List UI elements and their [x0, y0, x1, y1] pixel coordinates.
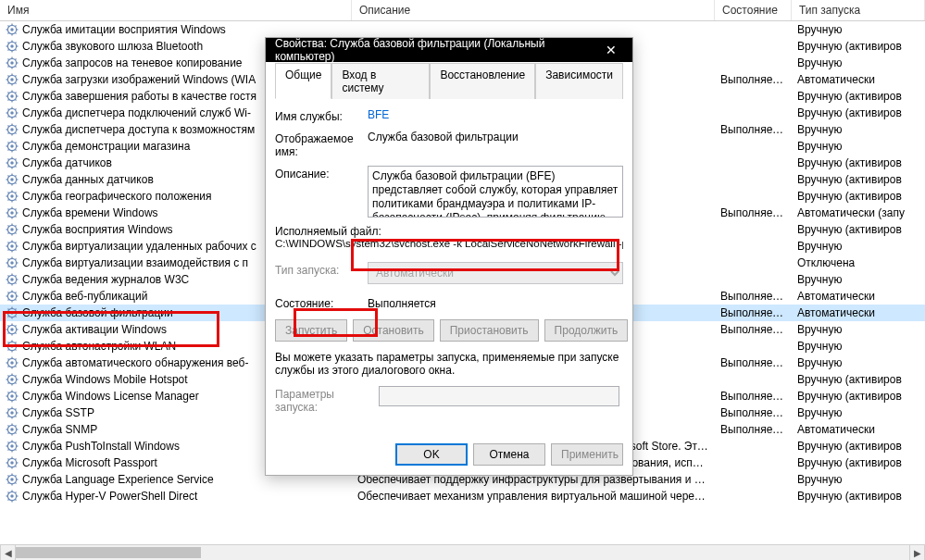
- svc-startup: Вручную (активиров: [792, 155, 925, 171]
- ok-button[interactable]: OK: [395, 443, 468, 466]
- svg-point-181: [10, 328, 14, 331]
- gear-icon: [6, 223, 19, 236]
- svc-startup: Вручную: [792, 121, 925, 138]
- svg-line-268: [7, 466, 8, 467]
- cancel-button[interactable]: Отмена: [473, 443, 545, 466]
- tab-recovery[interactable]: Восстановление: [430, 63, 535, 99]
- svg-line-247: [15, 432, 16, 433]
- col-state[interactable]: Состояние: [715, 0, 792, 20]
- svg-line-99: [15, 175, 16, 176]
- svg-point-221: [10, 394, 14, 398]
- svg-line-169: [15, 292, 16, 292]
- svc-name: Служба демонстрации магазина: [22, 138, 190, 155]
- svg-line-87: [15, 166, 16, 167]
- svc-startup: Вручную: [792, 355, 925, 371]
- svc-state: Выполняется: [715, 121, 792, 138]
- svg-line-258: [7, 449, 8, 450]
- svc-state: [715, 105, 792, 121]
- val-display-name: Служба базовой фильтрации: [368, 131, 623, 143]
- svg-line-129: [15, 225, 16, 226]
- svg-line-117: [15, 216, 16, 217]
- scroll-right-arrow[interactable]: ▶: [909, 545, 925, 560]
- stop-button[interactable]: Остановить: [353, 319, 434, 342]
- gear-icon: [6, 423, 19, 436]
- svc-state: [715, 171, 792, 188]
- svc-state: [715, 338, 792, 355]
- tab-general[interactable]: Общие: [275, 63, 331, 99]
- dialog-title-text: Свойства: Служба базовой фильтрации (Лок…: [275, 37, 594, 63]
- svg-line-58: [7, 116, 8, 117]
- scroll-thumb[interactable]: [16, 547, 201, 558]
- gear-icon: [6, 323, 19, 336]
- svc-startup: Вручную (активиров: [792, 105, 925, 121]
- svg-line-158: [7, 282, 8, 283]
- svg-point-171: [10, 311, 14, 315]
- tab-logon[interactable]: Вход в систему: [331, 63, 430, 99]
- table-row[interactable]: Служба имитации восприятия WindowsВручну…: [0, 21, 925, 38]
- svc-name: Служба Windows Mobile Hotspot: [22, 371, 188, 388]
- resume-button[interactable]: Продолжить: [544, 319, 629, 342]
- svc-state: Выполняется: [715, 305, 792, 321]
- tab-deps[interactable]: Зависимости: [535, 63, 623, 99]
- svg-line-226: [7, 392, 8, 392]
- svg-point-31: [10, 78, 14, 81]
- svg-line-209: [15, 358, 16, 359]
- col-name[interactable]: Имя: [0, 0, 352, 20]
- svg-line-288: [7, 499, 8, 500]
- svg-line-259: [15, 442, 16, 442]
- lbl-service-name: Имя службы:: [275, 108, 368, 123]
- svc-name: Служба Windows License Manager: [22, 388, 199, 404]
- svc-name: Служба диспетчера доступа к возможностям: [22, 121, 255, 138]
- svg-point-191: [10, 344, 14, 348]
- svg-line-228: [7, 399, 8, 400]
- svg-line-36: [7, 75, 8, 76]
- gear-icon: [6, 473, 19, 486]
- svc-startup: Вручную: [792, 471, 925, 488]
- svc-startup: Вручную: [792, 338, 925, 355]
- svg-point-121: [10, 228, 14, 231]
- table-row[interactable]: Служба Hyper-V PowerShell DirectОбеспечи…: [0, 488, 925, 504]
- svg-line-57: [15, 116, 16, 117]
- svg-line-207: [15, 366, 16, 367]
- col-desc[interactable]: Описание: [352, 0, 715, 20]
- svc-startup: Вручную (активиров: [792, 38, 925, 55]
- svg-line-127: [15, 232, 16, 233]
- svg-line-218: [7, 382, 8, 383]
- svg-point-61: [10, 128, 14, 131]
- dialog-titlebar[interactable]: Свойства: Служба базовой фильтрации (Лок…: [266, 38, 632, 62]
- gear-icon: [6, 123, 19, 136]
- svg-line-39: [15, 75, 16, 76]
- svg-point-131: [10, 244, 14, 248]
- svg-point-211: [10, 378, 14, 381]
- svc-state: [715, 21, 792, 38]
- apply-button[interactable]: Применить: [551, 443, 623, 466]
- startup-type-select[interactable]: Автоматически: [368, 262, 623, 284]
- gear-icon: [6, 440, 19, 453]
- scroll-left-arrow[interactable]: ◀: [0, 545, 16, 560]
- svg-line-97: [15, 182, 16, 183]
- svc-state: Выполняется: [715, 404, 792, 421]
- val-description[interactable]: Служба базовой фильтрации (BFE) представ…: [368, 166, 623, 218]
- pause-button[interactable]: Приостановить: [440, 319, 539, 342]
- gear-icon: [6, 373, 19, 386]
- svc-name: Служба веб-публикаций: [22, 288, 147, 305]
- svg-line-79: [15, 142, 16, 143]
- svc-startup: Вручную (активиров: [792, 88, 925, 105]
- params-input[interactable]: [379, 386, 619, 406]
- svg-line-69: [15, 125, 16, 126]
- svc-startup: Автоматически: [792, 305, 925, 321]
- horizontal-scrollbar[interactable]: ◀ ▶: [0, 544, 925, 560]
- start-button[interactable]: Запустить: [275, 319, 347, 342]
- service-properties-dialog: Свойства: Служба базовой фильтрации (Лок…: [265, 37, 633, 476]
- svc-startup: Вручную: [792, 238, 925, 255]
- svc-name: Служба звукового шлюза Bluetooth: [22, 38, 203, 55]
- svg-line-186: [7, 325, 8, 326]
- svg-line-199: [15, 342, 16, 342]
- svc-startup: Автоматически (запу: [792, 205, 925, 221]
- close-icon[interactable]: ✕: [594, 43, 629, 57]
- svc-name: Служба виртуализации удаленных рабочих с: [22, 238, 256, 255]
- svg-point-151: [10, 278, 14, 281]
- col-startup[interactable]: Тип запуска: [792, 0, 925, 20]
- svg-line-289: [15, 492, 16, 492]
- svg-line-38: [7, 82, 8, 83]
